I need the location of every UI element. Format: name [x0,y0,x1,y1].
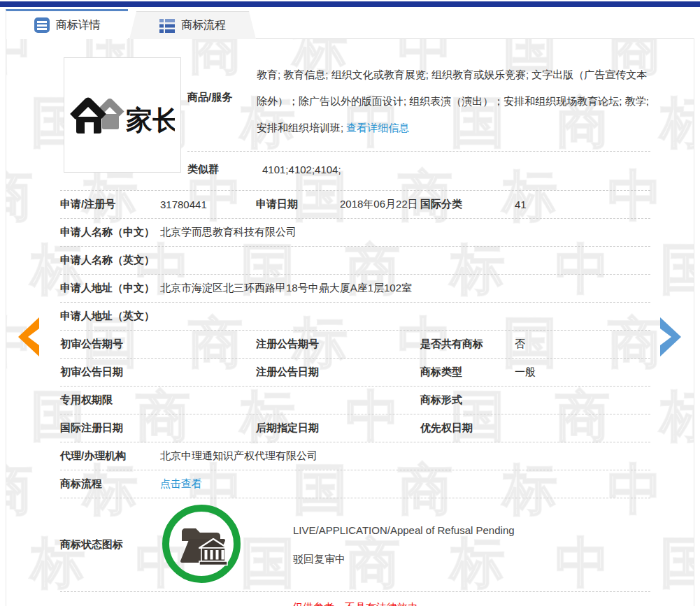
tab-trademark-process[interactable]: 商标流程 [129,11,256,39]
intl-reg-date-label: 国际注册日期 [60,421,160,435]
tab-trademark-details[interactable]: 商标详情 [6,9,128,39]
process-label: 商标流程 [60,477,160,491]
later-desig-date-label: 后期指定日期 [256,421,340,435]
goods-services-value: 教育; 教育信息; 组织文化或教育展览; 组织教育或娱乐竞赛; 文字出版（广告宣… [257,68,649,134]
next-arrow-icon[interactable] [659,316,683,358]
table-row-process: 商标流程 点击查看 [60,470,650,498]
tm-type-label: 商标类型 [420,366,515,379]
table-row-exclusive-period: 专用权期限 商标形式 [60,387,650,414]
exclusive-period-label: 专用权期限 [60,394,160,407]
goods-services-label: 商品/服务 [187,62,257,141]
reg-no-label: 申请/注册号 [60,198,160,211]
table-row-first-trial-date: 初审公告日期 注册公告日期 商标类型 一般 [60,359,650,387]
reg-notice-date-label: 注册公告日期 [256,366,340,379]
app-date-label: 申请日期 [256,198,340,211]
agency-label: 代理/办理机构 [60,449,160,463]
address-cn-value: 北京市海淀区北三环西路甲18号中鼎大厦A座1层102室 [160,282,650,295]
address-en-label: 申请人地址（英文） [60,310,160,323]
applicant-cn-label: 申请人名称（中文） [60,226,160,239]
priority-date-label: 优先权日期 [420,421,515,435]
applicant-cn-value: 北京学而思教育科技有限公司 [160,226,650,239]
trademark-logo: 家长帮 [64,57,181,173]
first-trial-date-label: 初审公告日期 [60,366,160,379]
table-row-first-trial-no: 初审公告期号 注册公告期号 是否共有商标 否 [60,331,650,359]
status-label: 商标状态图标 [60,538,160,551]
detail-list-icon [34,17,50,33]
folder-bank-status-icon [160,503,243,587]
previous-arrow-icon[interactable] [17,316,41,358]
status-line-cn: 驳回复审中 [293,553,515,566]
table-row-applicant-cn: 申请人名称（中文） 北京学而思教育科技有限公司 [60,219,650,247]
view-details-link[interactable]: 查看详细信息 [346,122,409,134]
table-row-address-cn: 申请人地址（中文） 北京市海淀区北三环西路甲18号中鼎大厦A座1层102室 [60,275,650,303]
shared-tm-value: 否 [515,338,650,351]
reg-notice-no-label: 注册公告期号 [256,338,340,351]
table-row-address-en: 申请人地址（英文） [60,303,650,331]
similar-group-label: 类似群 [187,163,257,176]
jiazhangbang-logo-icon: 家长帮 [70,93,175,138]
table-row-agency: 代理/办理机构 北京中理通知识产权代理有限公司 [60,442,650,470]
svg-text:家长帮: 家长帮 [126,106,175,135]
address-cn-label: 申请人地址（中文） [60,282,160,295]
applicant-en-label: 申请人名称（英文） [60,254,160,267]
legal-disclaimer: 仅供参考，不具有法律效力 [60,592,650,606]
status-text-block: LIVE/APPLICATION/Appeal of Refusal Pendi… [293,524,515,566]
shared-tm-label: 是否共有商标 [420,338,515,351]
app-date-value: 2018年06月22日 [340,198,420,211]
goods-similar-block: 商品/服务 教育; 教育信息; 组织文化或教育展览; 组织教育或娱乐竞赛; 文字… [187,56,650,190]
goods-services-row: 商品/服务 教育; 教育信息; 组织文化或教育展览; 组织教育或娱乐竞赛; 文字… [187,56,650,152]
tab-label: 商标流程 [181,18,226,33]
table-row-regno: 申请/注册号 31780441 申请日期 2018年06月22日 国际分类 41 [60,191,650,219]
intl-class-label: 国际分类 [420,198,515,211]
tab-bar: 商标详情 商标流程 [6,9,256,39]
top-navy-bar [0,1,700,7]
status-line-en: LIVE/APPLICATION/Appeal of Refusal Pendi… [293,524,515,536]
first-trial-no-label: 初审公告期号 [60,338,160,351]
table-row-applicant-en: 申请人名称（英文） [60,247,650,275]
top-section: 家长帮 商品/服务 教育; 教育信息; 组织文化或教育展览; 组织教育或娱乐竞赛… [60,56,650,191]
process-list-icon [159,19,175,33]
click-to-view-link[interactable]: 点击查看 [160,477,202,489]
agency-value: 北京中理通知识产权代理有限公司 [160,449,650,463]
tm-type-value: 一般 [515,366,650,379]
trademark-detail-panel: 中国商标中国商标国商标中国商标中商标中国商标中国标中国商标中国商中国商标中国商标… [6,38,694,606]
tab-label: 商标详情 [56,18,101,33]
table-row-status: 商标状态图标 LIVE/APPLICATION/Appeal of Refusa… [60,498,650,592]
similar-group-value: 4101;4102;4104; [257,164,341,175]
intl-class-value: 41 [515,199,650,210]
similar-group-row: 类似群 4101;4102;4104; [187,152,650,187]
tm-form-label: 商标形式 [420,394,515,407]
reg-no-value: 31780441 [160,199,256,210]
goods-services-text: 教育; 教育信息; 组织文化或教育展览; 组织教育或娱乐竞赛; 文字出版（广告宣… [257,62,650,141]
table-row-intl-reg-date: 国际注册日期 后期指定日期 优先权日期 [60,414,650,442]
